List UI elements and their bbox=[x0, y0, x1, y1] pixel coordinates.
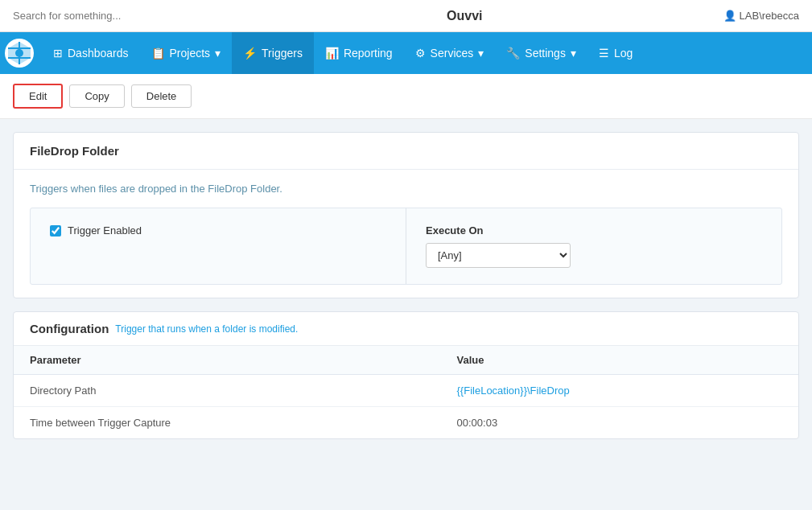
trigger-right: Execute On [Any] Server1 Server2 bbox=[406, 208, 781, 284]
nav-projects-label: Projects bbox=[170, 47, 211, 60]
services-dropdown-icon: ▾ bbox=[478, 47, 484, 60]
copy-button[interactable]: Copy bbox=[69, 84, 124, 108]
param-table: Parameter Value Directory Path {{FileLoc… bbox=[14, 346, 798, 438]
config-header: Configuration Trigger that runs when a f… bbox=[14, 312, 798, 346]
param-directory-path: Directory Path bbox=[14, 375, 441, 407]
nav-settings-label: Settings bbox=[525, 47, 566, 60]
config-title: Configuration bbox=[30, 322, 109, 335]
nav-log[interactable]: ☰ Log bbox=[587, 32, 644, 74]
user-label: LAB\rebecca bbox=[740, 10, 799, 22]
value-time-between: 00:00:03 bbox=[441, 407, 798, 439]
col-value: Value bbox=[441, 346, 798, 375]
table-body: Directory Path {{FileLocation}}\FileDrop… bbox=[14, 375, 798, 439]
triggers-icon: ⚡ bbox=[243, 47, 257, 60]
trigger-enabled-label[interactable]: Trigger Enabled bbox=[50, 224, 142, 236]
nav-projects[interactable]: 📋 Projects ▾ bbox=[140, 32, 233, 74]
value-directory-path: {{FileLocation}}\FileDrop bbox=[441, 375, 798, 407]
trigger-left: Trigger Enabled bbox=[31, 208, 406, 253]
param-time-between: Time between Trigger Capture bbox=[14, 407, 441, 439]
dashboards-icon: ⊞ bbox=[53, 47, 63, 60]
filedrop-card-header: FileDrop Folder bbox=[14, 133, 798, 170]
configuration-card: Configuration Trigger that runs when a f… bbox=[13, 311, 799, 439]
nav-dashboards[interactable]: ⊞ Dashboards bbox=[42, 32, 140, 74]
log-icon: ☰ bbox=[599, 47, 609, 60]
top-bar: Ouvvi 👤 LAB\rebecca bbox=[0, 0, 812, 32]
execute-on-label: Execute On bbox=[426, 224, 762, 236]
edit-button[interactable]: Edit bbox=[13, 84, 63, 109]
settings-dropdown-icon: ▾ bbox=[571, 47, 576, 60]
trigger-description: Triggers when files are dropped in the F… bbox=[30, 183, 782, 195]
table-row: Time between Trigger Capture 00:00:03 bbox=[14, 407, 798, 439]
table-row: Directory Path {{FileLocation}}\FileDrop bbox=[14, 375, 798, 407]
search-input[interactable] bbox=[13, 10, 206, 22]
filedrop-card-body: Triggers when files are dropped in the F… bbox=[14, 170, 798, 298]
nav-reporting-label: Reporting bbox=[344, 47, 393, 60]
nav-log-label: Log bbox=[614, 47, 633, 60]
trigger-enabled-checkbox[interactable] bbox=[50, 225, 61, 236]
nav-services[interactable]: ⚙ Services ▾ bbox=[404, 32, 496, 74]
projects-dropdown-icon: ▾ bbox=[215, 47, 221, 60]
nav-triggers-label: Triggers bbox=[262, 47, 303, 60]
nav-settings[interactable]: 🔧 Settings ▾ bbox=[495, 32, 587, 74]
filedrop-card: FileDrop Folder Triggers when files are … bbox=[13, 132, 799, 298]
settings-icon: 🔧 bbox=[506, 47, 520, 60]
user-info: 👤 LAB\rebecca bbox=[723, 10, 799, 22]
nav-reporting[interactable]: 📊 Reporting bbox=[314, 32, 404, 74]
main-content: FileDrop Folder Triggers when files are … bbox=[0, 119, 812, 465]
nav-bar: ⊞ Dashboards 📋 Projects ▾ ⚡ Triggers 📊 R… bbox=[0, 32, 812, 74]
nav-triggers[interactable]: ⚡ Triggers bbox=[232, 32, 314, 74]
trigger-options: Trigger Enabled Execute On [Any] Server1… bbox=[30, 208, 782, 285]
action-bar: Edit Copy Delete bbox=[0, 74, 812, 119]
services-icon: ⚙ bbox=[415, 47, 426, 60]
app-logo bbox=[3, 37, 35, 69]
col-parameter: Parameter bbox=[14, 346, 441, 375]
user-icon: 👤 bbox=[723, 10, 736, 22]
nav-dashboards-label: Dashboards bbox=[68, 47, 129, 60]
delete-button[interactable]: Delete bbox=[131, 84, 192, 108]
nav-services-label: Services bbox=[431, 47, 474, 60]
execute-on-select[interactable]: [Any] Server1 Server2 bbox=[426, 243, 571, 268]
config-subtitle: Trigger that runs when a folder is modif… bbox=[115, 323, 298, 335]
filedrop-title: FileDrop Folder bbox=[30, 144, 119, 158]
reporting-icon: 📊 bbox=[325, 47, 339, 60]
table-header-row: Parameter Value bbox=[14, 346, 798, 375]
svg-point-1 bbox=[15, 49, 23, 57]
projects-icon: 📋 bbox=[151, 47, 165, 60]
app-title: Ouvvi bbox=[447, 9, 482, 23]
trigger-enabled-text: Trigger Enabled bbox=[68, 224, 142, 236]
